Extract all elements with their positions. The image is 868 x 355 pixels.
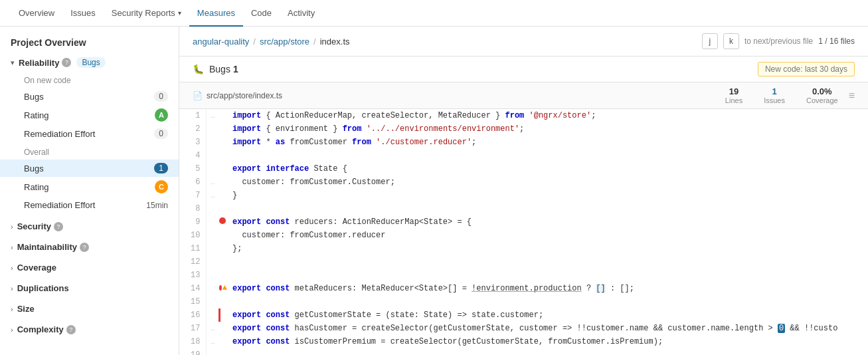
lines-value: 19 — [729, 86, 738, 96]
new-code-subsection: On new code Bugs 0 Rating A Remediation … — [0, 72, 179, 144]
breadcrumb: angular-quality / src/app/store / index.… — [179, 27, 868, 57]
dropdown-arrow-icon: ▾ — [178, 9, 181, 17]
table-row: 3 import * as fromCustomer from './custo… — [179, 136, 868, 149]
sidebar-item-bugs-new[interactable]: Bugs 0 — [0, 88, 179, 105]
line-number: 9 — [179, 215, 206, 229]
maintainability-help-icon[interactable]: ? — [80, 243, 89, 252]
reliability-badge: Bugs — [76, 57, 105, 68]
coverage-label: Coverage — [17, 263, 56, 273]
code-line-content — [227, 255, 868, 269]
reliability-label: Reliability — [19, 58, 59, 68]
line-number: 16 — [179, 308, 206, 322]
chevron-right-icon5: › — [11, 305, 13, 313]
reliability-header[interactable]: ▾ Reliability ? Bugs — [0, 53, 179, 72]
security-header[interactable]: › Security ? — [0, 217, 179, 235]
sidebar-item-rating-new[interactable]: Rating A — [0, 105, 179, 125]
complexity-header[interactable]: › Complexity ? — [0, 320, 179, 338]
new-code-label: On new code — [0, 73, 179, 88]
nav-measures[interactable]: Measures — [189, 0, 243, 27]
content-area: angular-quality / src/app/store / index.… — [179, 27, 868, 355]
table-row: 8 — [179, 202, 868, 215]
table-row: 13 — [179, 269, 868, 282]
code-line-content: } — [227, 189, 868, 202]
table-row: 9 export const reducers: ActionReducerMa… — [179, 215, 868, 229]
nav-code[interactable]: Code — [243, 0, 280, 27]
table-row: 15 — [179, 295, 868, 308]
sidebar-item-remediation-overall[interactable]: Remediation Effort 15min — [0, 197, 179, 213]
chevron-down-icon: ▾ — [11, 59, 15, 67]
line-number: 13 — [179, 269, 206, 282]
sidebar-item-remediation-new[interactable]: Remediation Effort 0 — [0, 125, 179, 142]
nav-issues[interactable]: Issues — [62, 0, 104, 27]
bug-icon: 🐛 — [193, 64, 204, 74]
bugs-count: 1 — [233, 64, 238, 74]
duplications-label: Duplications — [17, 283, 69, 293]
nav-hint: to next/previous file — [744, 37, 813, 46]
next-key-button[interactable]: k — [723, 33, 739, 49]
code-line-content — [227, 269, 868, 282]
overall-label: Overall — [0, 145, 179, 160]
line-number: 2 — [179, 122, 206, 136]
coverage-section: › Coverage — [0, 259, 179, 277]
chevron-right-icon6: › — [11, 326, 13, 334]
line-number: 10 — [179, 229, 206, 242]
line-number: 7 — [179, 189, 206, 202]
maintainability-section: › Maintainability ? — [0, 238, 179, 256]
coverage-label: Coverage — [806, 96, 838, 104]
code-view: 1 … import { ActionReducerMap, createSel… — [179, 109, 868, 355]
reliability-help-icon[interactable]: ? — [62, 58, 71, 67]
table-row: 19 — [179, 348, 868, 355]
breadcrumb-path[interactable]: src/app/store — [260, 37, 309, 47]
table-row: 1 … import { ActionReducerMap, createSel… — [179, 109, 868, 122]
code-line-content: }; — [227, 242, 868, 255]
menu-icon[interactable]: ≡ — [849, 90, 855, 102]
nav-activity[interactable]: Activity — [280, 0, 323, 27]
coverage-header[interactable]: › Coverage — [0, 259, 179, 277]
sidebar-title: Project Overview — [0, 32, 179, 53]
duplications-section: › Duplications — [0, 279, 179, 297]
lines-label: Lines — [725, 96, 742, 104]
issues-label: Issues — [764, 96, 785, 104]
coverage-metric: 0.0% Coverage — [806, 86, 838, 104]
file-icon: 📄 — [193, 91, 203, 100]
line-number: 12 — [179, 255, 206, 269]
table-row: 14 ▲ export const metaReducers: MetaRedu… — [179, 282, 868, 295]
size-label: Size — [17, 304, 35, 314]
breadcrumb-actions: j k to next/previous file 1 / 16 files — [702, 33, 855, 49]
line-number: 5 — [179, 162, 206, 176]
complexity-help-icon[interactable]: ? — [66, 325, 76, 334]
code-line-content: export interface State { — [227, 162, 868, 176]
code-line-content: customer: fromCustomer.Customer; — [227, 176, 868, 189]
chevron-right-icon3: › — [11, 264, 13, 272]
code-line-content: export const getCustomerState = (state: … — [227, 308, 868, 322]
sidebar-item-bugs-overall[interactable]: Bugs 1 — [0, 160, 179, 177]
code-line-content: export const metaReducers: MetaReducer<S… — [227, 282, 868, 295]
maintainability-header[interactable]: › Maintainability ? — [0, 238, 179, 256]
line-number: 6 — [179, 176, 206, 189]
bug-marker-icon2 — [219, 285, 222, 291]
line-number: 8 — [179, 202, 206, 215]
table-row: 11 }; — [179, 242, 868, 255]
code-line-content: import * as fromCustomer from './custome… — [227, 136, 868, 149]
table-row: 16 export const getCustomerState = (stat… — [179, 308, 868, 322]
file-info-row: 📄 src/app/store/index.ts 19 Lines 1 Issu… — [179, 82, 868, 109]
size-section: › Size — [0, 300, 179, 318]
nav-overview[interactable]: Overview — [11, 0, 62, 27]
line-number: 19 — [179, 348, 206, 355]
chevron-right-icon2: › — [11, 243, 13, 251]
file-counter: 1 / 16 files — [818, 37, 855, 46]
table-row: 12 — [179, 255, 868, 269]
code-line-content — [227, 149, 868, 162]
line-number: 14 — [179, 282, 206, 295]
table-row: 18 … export const isCustomerPremium = cr… — [179, 335, 868, 348]
prev-key-button[interactable]: j — [702, 33, 718, 49]
security-help-icon[interactable]: ? — [54, 222, 63, 231]
sidebar-item-rating-overall[interactable]: Rating C — [0, 177, 179, 197]
overall-subsection: Overall Bugs 1 Rating C Remediation Effo… — [0, 144, 179, 215]
security-section: › Security ? — [0, 217, 179, 235]
code-line-content: export const reducers: ActionReducerMap<… — [227, 215, 868, 229]
duplications-header[interactable]: › Duplications — [0, 279, 179, 297]
breadcrumb-project[interactable]: angular-quality — [193, 37, 249, 47]
nav-security-reports[interactable]: Security Reports ▾ — [104, 0, 189, 27]
size-header[interactable]: › Size — [0, 300, 179, 318]
